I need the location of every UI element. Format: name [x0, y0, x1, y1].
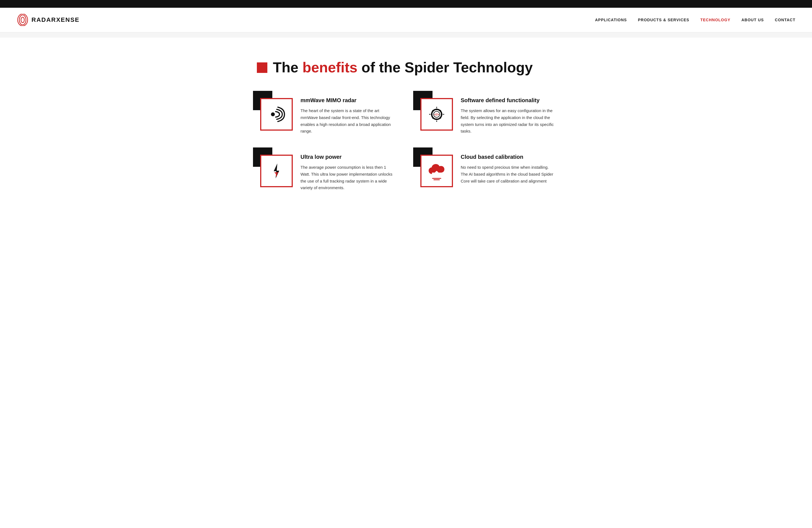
icon-box-mmwave [260, 98, 293, 131]
logo-area: RADARXENSE [17, 14, 79, 26]
benefit-title-software: Software defined functionality [461, 97, 555, 104]
benefit-mmwave: mmWave MIMO radar The heart of the syste… [257, 95, 395, 135]
svg-point-1 [19, 15, 26, 25]
logo-icon [17, 14, 29, 26]
icon-box-lowpower [260, 155, 293, 187]
benefit-title-cloud: Cloud based calibration [461, 153, 555, 160]
icon-wrapper-lowpower [257, 151, 293, 187]
section-title: The benefits of the Spider Technology [257, 60, 555, 75]
svg-point-0 [21, 17, 24, 23]
benefit-title-lowpower: Ultra low power [301, 153, 395, 160]
benefit-desc-software: The system allows for an easy configurat… [461, 107, 555, 135]
icon-wrapper-software: </> [417, 95, 453, 131]
main-content: The benefits of the Spider Technology [240, 38, 572, 219]
svg-point-6 [436, 108, 437, 110]
svg-point-3 [271, 113, 275, 116]
power-icon [267, 161, 286, 180]
svg-point-12 [432, 117, 434, 119]
heading-highlight: benefits [302, 59, 358, 75]
svg-point-7 [436, 118, 437, 120]
benefit-content-mmwave: mmWave MIMO radar The heart of the syste… [301, 95, 395, 135]
heading-part2: of the Spider Technology [358, 59, 533, 75]
nav-contact[interactable]: CONTACT [775, 18, 795, 22]
benefits-grid: mmWave MIMO radar The heart of the syste… [257, 95, 555, 191]
icon-wrapper-cloud [417, 151, 453, 187]
main-nav: APPLICATIONS PRODUCTS & SERVICES TECHNOL… [595, 18, 795, 22]
title-square-decoration [257, 62, 267, 73]
benefit-desc-cloud: No need to spend precious time when inst… [461, 164, 555, 185]
heading-part1: The [273, 59, 302, 75]
benefit-desc-mmwave: The heart of the system is a state of th… [301, 107, 395, 135]
benefit-content-cloud: Cloud based calibration No need to spend… [461, 151, 555, 185]
icon-wrapper-mmwave [257, 95, 293, 131]
radar-icon [267, 105, 286, 124]
nav-applications[interactable]: APPLICATIONS [595, 18, 627, 22]
nav-technology[interactable]: TECHNOLOGY [700, 18, 730, 22]
svg-point-13 [439, 117, 441, 119]
benefit-title-mmwave: mmWave MIMO radar [301, 97, 395, 104]
svg-point-10 [432, 110, 434, 112]
nav-about-us[interactable]: ABOUT US [741, 18, 764, 22]
benefit-lowpower: Ultra low power The average power consum… [257, 151, 395, 191]
benefit-desc-lowpower: The average power consumption is less th… [301, 164, 395, 191]
sub-bar [0, 33, 812, 38]
svg-point-11 [439, 110, 441, 112]
top-bar [0, 0, 812, 8]
svg-point-9 [441, 114, 443, 115]
logo-text: RADARXENSE [31, 16, 79, 24]
gear-code-icon: </> [427, 105, 446, 124]
cloud-upload-icon [427, 161, 446, 180]
benefit-content-software: Software defined functionality The syste… [461, 95, 555, 135]
benefit-content-lowpower: Ultra low power The average power consum… [301, 151, 395, 191]
benefit-software: </> Software defined functionality The s… [417, 95, 555, 135]
svg-text:</>: </> [434, 113, 439, 117]
svg-point-8 [431, 114, 433, 115]
nav-products-services[interactable]: PRODUCTS & SERVICES [638, 18, 690, 22]
header: RADARXENSE APPLICATIONS PRODUCTS & SERVI… [0, 8, 812, 33]
benefit-cloud: Cloud based calibration No need to spend… [417, 151, 555, 191]
svg-rect-17 [276, 172, 277, 176]
icon-box-software: </> [420, 98, 453, 131]
section-heading: The benefits of the Spider Technology [273, 60, 533, 75]
icon-box-cloud [420, 155, 453, 187]
